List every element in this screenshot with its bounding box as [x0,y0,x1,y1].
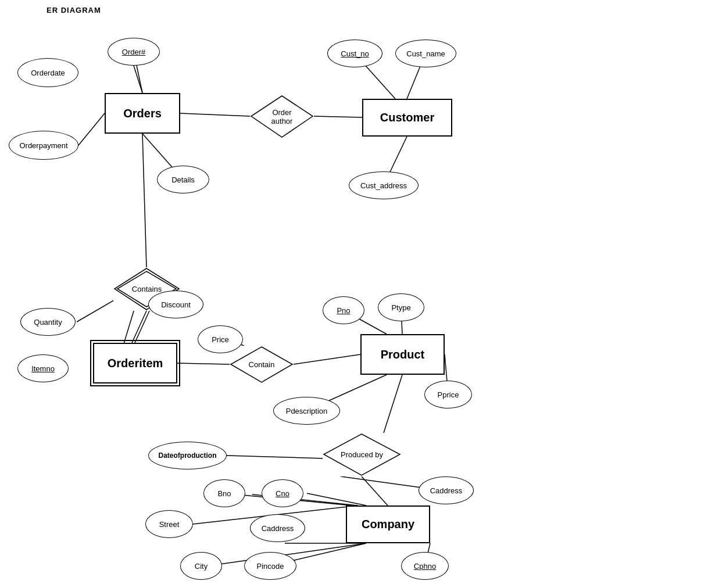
attr-pincode: Pincode [244,552,296,580]
attr-cno: Cno [262,479,303,507]
attr-caddress-top: Caddress [419,476,474,504]
attr-price: Price [198,325,243,353]
relationship-produced-by: Produced by [323,433,401,476]
svg-line-2 [78,113,105,145]
attr-street: Street [145,510,193,538]
attr-cust-name: Cust_name [395,40,456,67]
svg-line-9 [142,134,146,267]
svg-line-16 [294,354,360,364]
svg-line-11 [135,311,149,343]
attr-details: Details [157,166,209,193]
attr-pdescription: Pdescription [273,397,340,425]
svg-line-26 [307,493,366,505]
attr-cphno: Cphno [401,552,449,580]
attr-caddress-btm: Caddress [250,514,305,542]
entity-product: Product [360,334,445,375]
attr-orderdate: Orderdate [17,58,78,87]
svg-line-5 [314,116,362,117]
relationship-order-author: Order author [250,95,314,138]
attr-dateofproduction: Dateofproduction [148,442,227,469]
relationship-contain: Contain [230,346,294,383]
svg-line-22 [384,375,402,433]
svg-line-10 [132,311,146,343]
attr-bno: Bno [203,479,245,507]
svg-line-15 [177,363,230,364]
attr-quantity: Quantity [20,308,76,336]
svg-line-23 [362,476,388,505]
diagram-lines [0,0,708,588]
entity-orders: Orders [105,93,180,134]
attr-cust-address: Cust_address [349,171,419,199]
attr-order-hash: Order# [108,38,160,66]
attr-pno: Pno [323,296,364,324]
entity-orderitem: Orderitem [93,343,177,383]
attr-pprice: Pprice [424,381,472,408]
attr-cust-no: Cust_no [327,40,382,67]
attr-discount: Discount [148,291,203,318]
attr-orderpayment: Orderpayment [9,131,78,160]
er-diagram: ER DIAGRAM [0,0,708,588]
entity-customer: Customer [362,99,452,137]
attr-itemno: Itemno [17,354,69,382]
svg-line-4 [180,113,250,116]
attr-ptype: Ptype [378,293,424,321]
svg-line-0 [134,66,142,93]
entity-company: Company [346,505,430,543]
diagram-title: ER DIAGRAM [47,6,101,15]
attr-city: City [180,552,222,580]
